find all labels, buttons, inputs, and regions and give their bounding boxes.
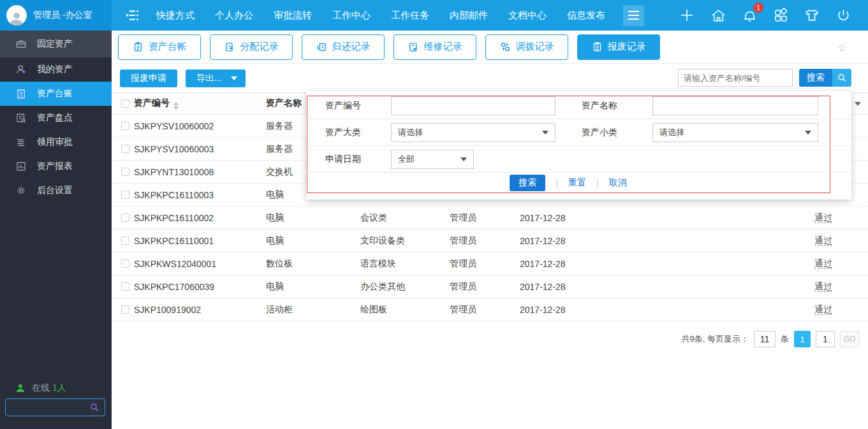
- tab-allocation-records[interactable]: 分配记录: [210, 34, 293, 60]
- apply-date-select[interactable]: 全部: [391, 150, 474, 169]
- cell-operator: 管理员: [450, 281, 520, 293]
- row-checkbox[interactable]: [121, 191, 129, 199]
- status-badge[interactable]: 通过: [814, 212, 832, 223]
- cell-asset-code: SJKPKPC16110003: [134, 190, 266, 200]
- sidebar-item-asset-reports[interactable]: 资产报表: [0, 154, 112, 178]
- sidebar-search: [5, 398, 105, 416]
- nav-item-workcenter[interactable]: 工作中心: [332, 10, 371, 22]
- search-icon: [832, 69, 851, 87]
- notifications-icon[interactable]: 1: [741, 7, 758, 24]
- row-checkbox[interactable]: [121, 168, 129, 176]
- apps-grid-icon[interactable]: [772, 7, 789, 24]
- cell-apply-date: 2017-12-28: [520, 282, 814, 292]
- add-icon[interactable]: [679, 7, 695, 24]
- asset-name-input[interactable]: [652, 96, 818, 115]
- tab-return-records[interactable]: 归还记录: [302, 34, 385, 60]
- chevron-down-icon: [460, 157, 467, 161]
- cell-apply-date: 2017-12-28: [520, 305, 814, 315]
- nav-item-approval[interactable]: 审批流转: [274, 10, 312, 22]
- cell-asset-code: SJKP100919002: [134, 305, 266, 315]
- approval-icon: [15, 136, 27, 148]
- search-label: 搜索: [799, 69, 832, 87]
- theme-shirt-icon[interactable]: [804, 7, 820, 24]
- user-area[interactable]: 管理员 -办公室: [0, 0, 112, 31]
- nav-item-docs[interactable]: 文档中心: [508, 10, 547, 22]
- nav-item-personal[interactable]: 个人办公: [215, 10, 253, 22]
- filter-reset-link[interactable]: 重置: [568, 177, 586, 189]
- sidebar-item-fixed-assets[interactable]: 固定资产: [0, 31, 112, 57]
- main-content: 资产台帐 分配记录 归还记录 维修记录 调拨记录 报废记录 ☆ 报废申请 导出.…: [112, 31, 868, 429]
- settings-gear-icon: [15, 185, 27, 196]
- select-all-checkbox[interactable]: [121, 99, 129, 108]
- row-checkbox[interactable]: [121, 236, 129, 245]
- return-icon: [316, 41, 327, 52]
- logout-power-icon[interactable]: [835, 7, 851, 24]
- row-checkbox[interactable]: [121, 305, 129, 314]
- major-category-select[interactable]: 请选择: [391, 123, 555, 142]
- tab-label: 报废记录: [608, 41, 646, 53]
- cell-operator: 管理员: [450, 235, 520, 247]
- nav-item-tasks[interactable]: 工作任务: [391, 10, 429, 22]
- cell-apply-date: 2017-12-28: [520, 259, 814, 269]
- go-button[interactable]: GO: [840, 331, 859, 347]
- record-tabs: 资产台帐 分配记录 归还记录 维修记录 调拨记录 报废记录 ☆: [112, 31, 868, 64]
- sidebar-item-settings[interactable]: 后台设置: [0, 178, 112, 203]
- status-badge[interactable]: 通过: [814, 304, 832, 315]
- collapse-menu-icon[interactable]: [123, 6, 142, 25]
- nav-item-news[interactable]: 信息发布: [567, 10, 605, 22]
- status-badge[interactable]: 通过: [814, 258, 832, 269]
- sidebar-item-asset-inventory[interactable]: 资产盘点: [0, 106, 112, 130]
- row-checkbox[interactable]: [121, 145, 129, 153]
- header-asset-code[interactable]: 资产编号: [134, 98, 266, 110]
- minor-category-label: 资产小类: [582, 127, 617, 138]
- filter-search-button[interactable]: 搜索: [510, 175, 545, 191]
- tab-repair-records[interactable]: 维修记录: [394, 34, 476, 60]
- goto-page-input[interactable]: [816, 331, 835, 347]
- sidebar-item-approval[interactable]: 领用审批: [0, 130, 112, 154]
- tab-transfer-records[interactable]: 调拨记录: [485, 34, 568, 60]
- status-badge[interactable]: 通过: [814, 235, 832, 246]
- column-settings-icon[interactable]: [855, 102, 861, 106]
- toolbar: 报废申请 导出... 搜索: [112, 64, 868, 92]
- favorite-star-icon[interactable]: ☆: [837, 41, 847, 55]
- sidebar-item-my-assets[interactable]: 我的资产: [0, 57, 112, 82]
- search-icon[interactable]: [89, 402, 99, 412]
- nav-item-mail[interactable]: 内部邮件: [450, 10, 488, 22]
- filter-cancel-link[interactable]: 取消: [609, 177, 627, 189]
- more-menu-icon[interactable]: [623, 5, 644, 26]
- row-checkbox[interactable]: [121, 282, 129, 291]
- row-checkbox[interactable]: [121, 122, 129, 130]
- status-badge[interactable]: 通过: [814, 281, 832, 292]
- tab-asset-ledger[interactable]: 资产台帐: [118, 34, 201, 60]
- home-icon[interactable]: [710, 7, 726, 24]
- export-button[interactable]: 导出...: [186, 69, 246, 87]
- cell-asset-name: 活动柜: [266, 304, 360, 316]
- page-size-input[interactable]: [754, 331, 776, 347]
- allocate-icon: [224, 41, 235, 52]
- row-checkbox[interactable]: [121, 259, 129, 268]
- sidebar-search-input[interactable]: [6, 403, 89, 412]
- sidebar-item-asset-ledger[interactable]: 资产台账: [0, 82, 112, 106]
- cell-asset-name: 电脑: [266, 212, 360, 224]
- tab-label: 分配记录: [240, 41, 279, 53]
- filter-actions: 搜索 | 重置 | 取消: [306, 173, 830, 193]
- topbar-icons: 1: [679, 7, 868, 24]
- sort-icon[interactable]: [173, 102, 179, 110]
- minor-category-select[interactable]: 请选择: [652, 123, 818, 142]
- pagination-unit: 条: [781, 333, 789, 345]
- cell-operator: 管理员: [450, 258, 520, 270]
- scrap-apply-button[interactable]: 报废申请: [120, 69, 177, 87]
- asset-code-input[interactable]: [391, 96, 555, 115]
- cell-asset-code: SJKPKPC17060039: [134, 282, 266, 292]
- page-button-1[interactable]: 1: [794, 331, 811, 347]
- online-status: 在线 1人: [15, 382, 66, 394]
- row-checkbox[interactable]: [121, 214, 129, 222]
- cell-asset-name: 电脑: [266, 281, 360, 293]
- table-search-button[interactable]: 搜索: [799, 69, 851, 87]
- table-search-input[interactable]: [678, 69, 793, 87]
- tab-scrap-records[interactable]: 报废记录: [577, 34, 660, 60]
- cell-status: 通过: [814, 304, 868, 316]
- online-count: 1人: [52, 382, 66, 393]
- nav-item-shortcuts[interactable]: 快捷方式: [156, 10, 195, 22]
- user-icon: [15, 64, 27, 75]
